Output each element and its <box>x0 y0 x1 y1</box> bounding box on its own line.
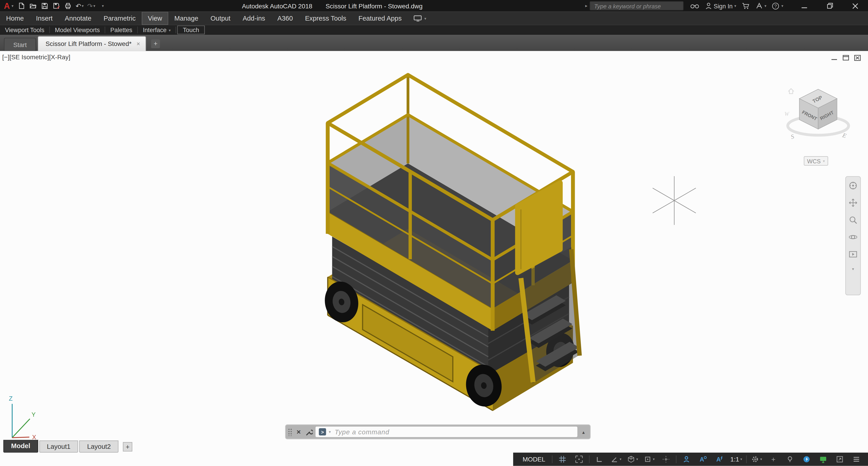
command-input[interactable] <box>334 427 574 436</box>
polar-tracking-toggle[interactable]: ▾ <box>608 453 624 466</box>
annotation-monitor-toggle[interactable] <box>678 453 694 466</box>
annotation-scale-value: 1:1 <box>730 456 739 463</box>
app-menu-button[interactable]: A ▾ <box>0 0 16 11</box>
new-drawing-tab-button[interactable]: + <box>151 39 160 48</box>
chevron-down-icon[interactable]: ▾ <box>329 430 331 434</box>
ribbon-display-button[interactable]: ▾ <box>408 11 432 25</box>
file-tab-label: Scissor Lift Platform - Stowed* <box>46 40 131 47</box>
status-bar-customization[interactable] <box>848 453 865 466</box>
model-space-toggle[interactable]: MODEL <box>518 456 550 463</box>
isodraft-toggle[interactable]: ▾ <box>624 453 641 466</box>
undo-button[interactable]: ↶ ▾ <box>74 0 86 11</box>
help-search-field[interactable] <box>590 1 684 11</box>
grid-toggle[interactable] <box>554 453 570 466</box>
divider <box>676 456 676 463</box>
restore-button[interactable] <box>817 0 843 11</box>
command-input-area[interactable]: > ▾ <box>315 427 577 437</box>
green-monitor-icon <box>819 456 827 463</box>
pan-icon[interactable] <box>848 198 857 207</box>
file-tab-active[interactable]: Scissor Lift Platform - Stowed* × <box>38 36 146 51</box>
close-button[interactable] <box>842 0 868 11</box>
viewport-controls-label[interactable]: [−][SE Isometric][X-Ray] <box>2 54 70 60</box>
panel-model-viewports[interactable]: Model Viewports <box>50 25 105 35</box>
chevron-down-icon[interactable]: ▾ <box>740 458 742 461</box>
command-line-customize-icon[interactable] <box>305 428 313 436</box>
search-button[interactable] <box>687 0 703 11</box>
autodesk-360-button[interactable]: ▾ <box>753 0 769 11</box>
command-line[interactable]: × > ▾ ▴ <box>286 425 590 439</box>
isolate-objects-toggle[interactable] <box>782 453 798 466</box>
full-navigation-wheel-icon[interactable] <box>848 181 857 190</box>
chevron-down-icon: ▾ <box>169 28 171 32</box>
annotation-scale-selector[interactable]: 1:1 ▾ <box>728 453 744 466</box>
tab-view[interactable]: View <box>142 11 168 25</box>
panel-interface[interactable]: Interface ▾ <box>138 25 176 35</box>
tab-annotate[interactable]: Annotate <box>59 11 98 25</box>
plot-button[interactable] <box>62 0 74 11</box>
polar-tracking-icon <box>611 456 618 463</box>
graphics-performance-toggle[interactable] <box>798 453 815 466</box>
ortho-toggle[interactable] <box>591 453 608 466</box>
tab-output[interactable]: Output <box>204 11 237 25</box>
app-store-button[interactable] <box>739 0 753 11</box>
sign-in-button[interactable]: Sign In ▾ <box>703 0 739 11</box>
minimize-button[interactable] <box>792 0 817 11</box>
qat-customize-button[interactable]: ▾ <box>97 0 108 11</box>
file-tab-start[interactable]: Start <box>4 38 36 51</box>
show-motion-icon[interactable] <box>848 250 857 259</box>
performance-monitor[interactable] <box>815 453 831 466</box>
snap-toggle[interactable] <box>571 453 587 466</box>
tab-manage[interactable]: Manage <box>168 11 204 25</box>
close-tab-icon[interactable]: × <box>136 40 140 47</box>
command-history-icon[interactable]: ▴ <box>580 429 587 435</box>
chevron-down-icon[interactable]: ▾ <box>760 458 762 461</box>
search-expand-icon[interactable]: ▸ <box>585 4 587 8</box>
viewport-close-icon[interactable] <box>854 55 861 61</box>
new-file-icon <box>18 2 25 9</box>
svg-text:?: ? <box>774 3 777 8</box>
panel-palettes[interactable]: Palettes <box>105 25 137 35</box>
viewport-restore-icon[interactable] <box>842 55 849 61</box>
new-file-button[interactable] <box>16 0 27 11</box>
workspace-switcher[interactable]: ▾ <box>748 453 765 466</box>
tab-parametric[interactable]: Parametric <box>97 11 142 25</box>
annotation-add-scales[interactable]: + <box>765 453 781 466</box>
tab-layout1[interactable]: Layout1 <box>39 440 78 453</box>
redo-button[interactable]: ↷ ▾ <box>86 0 97 11</box>
osnap-toggle[interactable]: ▾ <box>641 453 657 466</box>
tab-layout2[interactable]: Layout2 <box>79 440 119 453</box>
save-as-button[interactable] <box>51 0 62 11</box>
clean-screen-toggle[interactable] <box>831 453 848 466</box>
viewcube[interactable]: W S E TOP FRONT RIGHT <box>783 80 855 169</box>
otrack-toggle[interactable] <box>657 453 674 466</box>
command-line-close-icon[interactable]: × <box>295 428 302 436</box>
ucs-z-label: Z <box>9 395 12 402</box>
tab-model[interactable]: Model <box>3 440 38 453</box>
chevron-down-icon[interactable]: ▾ <box>852 267 854 271</box>
tab-home[interactable]: Home <box>0 11 30 25</box>
zoom-icon[interactable] <box>848 215 857 225</box>
new-layout-button[interactable]: + <box>123 442 132 452</box>
panel-touch[interactable]: Touch <box>178 26 205 34</box>
wcs-selector[interactable]: WCS ▾ <box>804 156 828 166</box>
open-file-button[interactable] <box>27 0 39 11</box>
chevron-down-icon[interactable]: ▾ <box>636 458 638 461</box>
command-line-drag-handle[interactable] <box>288 428 292 436</box>
tab-insert[interactable]: Insert <box>30 11 59 25</box>
tab-featured-apps[interactable]: Featured Apps <box>352 11 408 25</box>
save-button[interactable] <box>39 0 51 11</box>
chevron-down-icon[interactable]: ▾ <box>620 458 621 461</box>
annotation-autoscale-toggle[interactable]: A <box>711 453 728 466</box>
panel-viewport-tools[interactable]: Viewport Tools <box>0 25 49 35</box>
annotation-visibility-toggle[interactable]: A <box>694 453 711 466</box>
tab-a360[interactable]: A360 <box>271 11 299 25</box>
tab-express-tools[interactable]: Express Tools <box>299 11 352 25</box>
minimize-icon <box>802 3 807 8</box>
tab-add-ins[interactable]: Add-ins <box>237 11 271 25</box>
search-input[interactable] <box>593 2 680 10</box>
chevron-down-icon[interactable]: ▾ <box>653 458 655 461</box>
product-name: Autodesk AutoCAD 2018 <box>242 2 312 9</box>
orbit-icon[interactable] <box>848 233 857 241</box>
help-button[interactable]: ? ▾ <box>769 0 786 11</box>
viewport-minimize-icon[interactable] <box>831 55 837 61</box>
